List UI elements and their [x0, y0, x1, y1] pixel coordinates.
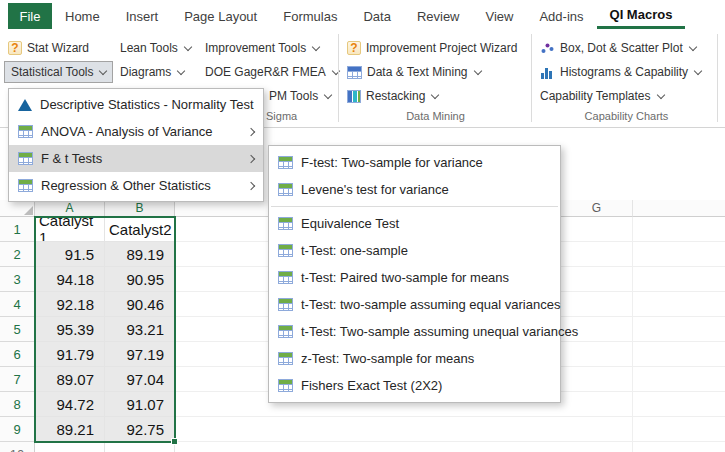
column-header-a[interactable]: A: [35, 200, 105, 217]
table-icon: [18, 125, 33, 138]
cell-a4[interactable]: 92.18: [35, 292, 105, 317]
submenu-item-fishers-exact[interactable]: Fishers Exact Test (2X2): [269, 372, 560, 399]
cell-a2[interactable]: 91.5: [35, 242, 105, 267]
cell-h1[interactable]: [633, 217, 725, 242]
row-header-4[interactable]: 4: [0, 292, 35, 317]
cell-h6[interactable]: [633, 342, 725, 367]
stat-wizard-button[interactable]: ? Stat Wizard: [4, 36, 113, 60]
row-header-3[interactable]: 3: [0, 267, 35, 292]
cell-b3[interactable]: 90.95: [105, 267, 175, 292]
tab-file[interactable]: File: [8, 3, 52, 29]
row-header-2[interactable]: 2: [0, 242, 35, 267]
submenu-item-f-test[interactable]: F-test: Two-sample for variance: [269, 149, 560, 176]
cell-g9[interactable]: [561, 417, 633, 442]
pm-tools-button[interactable]: PM Tools: [265, 84, 335, 108]
restacking-button[interactable]: Restacking: [343, 84, 521, 108]
submenu-item-t-paired[interactable]: t-Test: Paired two-sample for means: [269, 264, 560, 291]
diagrams-button[interactable]: Diagrams: [116, 60, 195, 84]
improvement-tools-button[interactable]: Improvement Tools: [201, 36, 343, 60]
cell-h8[interactable]: [633, 392, 725, 417]
submenu-item-t-unequal-var[interactable]: t-Test: Two-sample assuming unequal vari…: [269, 318, 560, 345]
cell-g6[interactable]: [561, 342, 633, 367]
statistical-tools-button[interactable]: Statistical Tools: [4, 61, 113, 83]
column-header-blank: [633, 200, 725, 217]
cell-b9[interactable]: 92.75: [105, 417, 175, 442]
ribbon-group-separator: [531, 34, 532, 122]
tab-view[interactable]: View: [473, 3, 527, 29]
cell-g10[interactable]: [561, 442, 633, 452]
select-all-icon: [24, 206, 33, 215]
cell-a1[interactable]: Catalyst 1: [35, 217, 105, 242]
menu-item-anova[interactable]: ANOVA - Analysis of Variance: [9, 118, 263, 145]
cell-b2[interactable]: 89.19: [105, 242, 175, 267]
submenu-item-z-test[interactable]: z-Test: Two-sample for means: [269, 345, 560, 372]
box-dot-scatter-button[interactable]: Box, Dot & Scatter Plot: [536, 36, 705, 60]
cell-b6[interactable]: 97.19: [105, 342, 175, 367]
cell-a3[interactable]: 94.18: [35, 267, 105, 292]
submenu-item-equivalence[interactable]: Equivalence Test: [269, 210, 560, 237]
tab-insert[interactable]: Insert: [113, 3, 172, 29]
pm-tools-label: PM Tools: [269, 89, 318, 103]
cell-g8[interactable]: [561, 392, 633, 417]
tab-add-ins[interactable]: Add-ins: [526, 3, 596, 29]
cell-g4[interactable]: [561, 292, 633, 317]
cell-h7[interactable]: [633, 367, 725, 392]
column-header-g[interactable]: G: [561, 200, 633, 217]
menu-item-f-t-tests[interactable]: F & t Tests: [9, 145, 263, 172]
cell-g1[interactable]: [561, 217, 633, 242]
tab-page-layout[interactable]: Page Layout: [171, 3, 270, 29]
data-text-mining-button[interactable]: Data & Text Mining: [343, 60, 521, 84]
capability-templates-button[interactable]: Capability Templates: [536, 84, 705, 108]
cell-b1[interactable]: Catalyst2: [105, 217, 175, 242]
cell-b5[interactable]: 93.21: [105, 317, 175, 342]
cell-a7[interactable]: 89.07: [35, 367, 105, 392]
tab-qi-macros[interactable]: QI Macros: [597, 3, 686, 29]
cell-h2[interactable]: [633, 242, 725, 267]
cell-b4[interactable]: 90.46: [105, 292, 175, 317]
lean-tools-button[interactable]: Lean Tools: [116, 36, 195, 60]
cell-a6[interactable]: 91.79: [35, 342, 105, 367]
cell-h3[interactable]: [633, 267, 725, 292]
menu-item-descriptive-statistics[interactable]: Descriptive Statistics - Normality Test: [9, 91, 263, 118]
cell-b7[interactable]: 97.04: [105, 367, 175, 392]
row-header-9[interactable]: 9: [0, 417, 35, 442]
cell-a9[interactable]: 89.21: [35, 417, 105, 442]
row-header-8[interactable]: 8: [0, 392, 35, 417]
cell-g7[interactable]: [561, 367, 633, 392]
fill-handle[interactable]: [171, 438, 178, 445]
submenu-item-t-one-sample[interactable]: t-Test: one-sample: [269, 237, 560, 264]
cell-h10[interactable]: [633, 442, 725, 452]
cell-g2[interactable]: [561, 242, 633, 267]
tab-review[interactable]: Review: [404, 3, 473, 29]
cell-h5[interactable]: [633, 317, 725, 342]
cell-a8[interactable]: 94.72: [35, 392, 105, 417]
menu-item-regression[interactable]: Regression & Other Statistics: [9, 172, 263, 199]
column-header-b[interactable]: B: [105, 200, 175, 217]
normality-curve-icon: [18, 99, 32, 111]
submenu-item-t-equal-var[interactable]: t-Test: two-sample assuming equal varian…: [269, 291, 560, 318]
row-header-6[interactable]: 6: [0, 342, 35, 367]
cell-a10[interactable]: [35, 442, 105, 452]
cell-h9[interactable]: [633, 417, 725, 442]
cell-a5[interactable]: 95.39: [35, 317, 105, 342]
tab-formulas[interactable]: Formulas: [270, 3, 350, 29]
row-header-7[interactable]: 7: [0, 367, 35, 392]
row-header-1[interactable]: 1: [0, 217, 35, 242]
ribbon-group-separator: [338, 34, 339, 122]
tab-home[interactable]: Home: [52, 3, 113, 29]
submenu-item-levene[interactable]: Levene's test for variance: [269, 176, 560, 203]
row-header-5[interactable]: 5: [0, 317, 35, 342]
improvement-project-wizard-button[interactable]: ? Improvement Project Wizard: [343, 36, 521, 60]
doe-gage-fmea-button[interactable]: DOE GageR&R FMEA: [201, 60, 343, 84]
tab-data[interactable]: Data: [350, 3, 403, 29]
sheet-row-10: 10: [0, 442, 725, 452]
select-all-corner[interactable]: [0, 200, 35, 217]
chevron-down-icon: [312, 42, 320, 50]
histograms-capability-button[interactable]: Histograms & Capability: [536, 60, 705, 84]
table-icon: [278, 325, 293, 338]
cell-g3[interactable]: [561, 267, 633, 292]
row-header-10[interactable]: 10: [0, 442, 35, 452]
cell-b10[interactable]: [105, 442, 175, 452]
cell-h4[interactable]: [633, 292, 725, 317]
cell-b8[interactable]: 91.07: [105, 392, 175, 417]
